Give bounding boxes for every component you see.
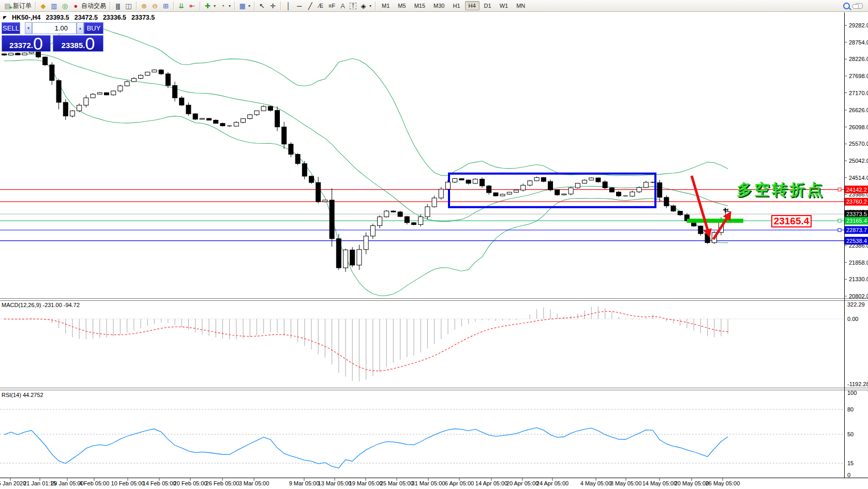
cursor-button[interactable]: ↖ — [257, 2, 267, 10]
svg-text:14 May 05:00: 14 May 05:00 — [642, 480, 677, 486]
quotes-button[interactable]: ◆ — [38, 2, 49, 10]
template-button[interactable]: ▦▾ — [237, 2, 252, 10]
zoom-in-button[interactable]: ⊕ — [139, 2, 149, 10]
timeframe-m15-button[interactable]: M15 — [411, 1, 429, 10]
vertical-line-button[interactable]: │ — [283, 2, 294, 10]
quote-line: ◤ HK50-,H4 23393.5 23472.5 23336.5 23373… — [3, 14, 155, 21]
zoom-out-icon: ⊖ — [151, 2, 159, 10]
buy-button[interactable]: BUY — [84, 22, 103, 34]
arrows-tool-icon: ◈ — [360, 2, 367, 10]
sell-button[interactable]: SELL — [2, 22, 20, 34]
crosshair-button[interactable]: ✛ — [267, 2, 278, 10]
candlestick-chart-icon: ◫ — [125, 2, 132, 10]
tile-windows-button[interactable]: ⊞ — [160, 2, 171, 10]
symbol-marker-icon: ◤ — [3, 15, 7, 20]
timeframe-h4-button[interactable]: H4 — [465, 1, 480, 10]
periods-button[interactable]: ◔▾ — [217, 2, 232, 10]
trendline-button[interactable]: ╱ — [305, 2, 316, 10]
svg-text:26 May 05:00: 26 May 05:00 — [706, 480, 740, 486]
quote-high: 23472.5 — [74, 14, 98, 21]
text-label-button[interactable]: T — [348, 2, 358, 10]
add-indicator-dropdown-icon[interactable]: ▾ — [214, 4, 216, 8]
svg-text:20 May 05:00: 20 May 05:00 — [675, 480, 709, 486]
chat-icon[interactable] — [855, 3, 863, 9]
volume-down-button[interactable]: ▼ — [25, 22, 32, 34]
svg-text:26626.0: 26626.0 — [849, 107, 868, 113]
symbol-title: HK50-,H4 — [12, 14, 41, 21]
volume-up-button[interactable]: ▲ — [77, 22, 84, 34]
chart-shift-icon: ⇤ — [188, 2, 196, 10]
price-tag-text: 23165.4 — [774, 216, 810, 226]
svg-text:0.00: 0.00 — [847, 316, 858, 322]
svg-text:29282.0: 29282.0 — [849, 22, 868, 28]
svg-text:20 Feb 05:00: 20 Feb 05:00 — [174, 480, 207, 486]
timeframe-m5-button[interactable]: M5 — [394, 1, 409, 10]
bar-chart-button[interactable]: ||| — [112, 2, 123, 10]
sell-price-panel[interactable]: 23372.0 — [2, 35, 51, 52]
time-axis[interactable]: 15 Jan 202021 Jan 01:1529 Jan 05:004 Feb… — [0, 478, 740, 486]
search-icon[interactable] — [843, 3, 850, 9]
macd-label: MACD(12,26,9) -231.00 -94.72 — [2, 302, 80, 308]
horizontal-line-icon: ─ — [295, 2, 303, 10]
candlestick-chart-button[interactable]: ◫ — [123, 2, 134, 10]
equidistant-channel-button[interactable]: ∕E — [316, 2, 326, 10]
svg-text:28754.0: 28754.0 — [849, 39, 868, 45]
text-icon: A — [339, 2, 347, 10]
profile-icon: ▥ — [50, 2, 58, 10]
svg-text:26098.0: 26098.0 — [849, 124, 868, 130]
arrows-tool-button[interactable]: ◈▾ — [358, 2, 373, 10]
text-button[interactable]: A — [337, 2, 348, 10]
price-axis[interactable]: 29282.028754.028226.027698.027170.026626… — [838, 22, 868, 299]
toolbar-separator — [280, 2, 281, 10]
fibonacci-icon: ≡F — [328, 2, 336, 10]
periods-dropdown-icon[interactable]: ▾ — [229, 4, 231, 8]
svg-text:19 Mar 05:00: 19 Mar 05:00 — [349, 480, 383, 486]
chart-canvas[interactable]: 多空转折点23165.429282.028754.028226.027698.0… — [0, 0, 868, 489]
buy-price-panel[interactable]: 23385.0 — [53, 35, 103, 52]
quote-low: 23336.5 — [103, 14, 126, 21]
toolbar-separator — [200, 2, 200, 10]
timeframe-d1-button[interactable]: D1 — [481, 1, 495, 10]
signal-button[interactable]: ◎ — [59, 2, 70, 10]
macd-panel: MACD(12,26,9) -231.00 -94.72322.290.00-1… — [0, 301, 868, 387]
consolidation-rectangle[interactable] — [449, 174, 655, 207]
autotrade-icon: ● — [72, 2, 80, 10]
cursor-icon: ↖ — [258, 2, 266, 10]
svg-text:21858.0: 21858.0 — [849, 259, 868, 266]
template-dropdown-icon[interactable]: ▾ — [248, 4, 250, 8]
svg-text:25570.0: 25570.0 — [849, 141, 868, 147]
support-bar[interactable] — [687, 219, 743, 223]
new-order-button[interactable]: ▤新订单 — [2, 1, 33, 11]
timeframe-h1-button[interactable]: H1 — [449, 1, 463, 10]
timeframe-w1-button[interactable]: W1 — [496, 1, 512, 10]
new-order-label: 新订单 — [13, 2, 32, 10]
svg-text:8 May 05:00: 8 May 05:00 — [610, 480, 642, 486]
toolbar-separator — [35, 2, 36, 10]
svg-text:0: 0 — [847, 472, 850, 478]
fibonacci-button[interactable]: ≡F — [326, 2, 337, 10]
timeframe-m30-button[interactable]: M30 — [430, 1, 448, 10]
horizontal-line-button[interactable]: ─ — [294, 2, 305, 10]
arrows-tool-dropdown-icon[interactable]: ▾ — [369, 4, 371, 8]
autotrade-button[interactable]: ●自动交易 — [70, 1, 108, 11]
auto-scroll-button[interactable]: ⇊ — [176, 2, 187, 10]
volume-input[interactable]: 1.00 — [32, 22, 77, 34]
profile-button[interactable]: ▥ — [49, 2, 59, 10]
toolbar-separator — [254, 2, 255, 10]
svg-text:21330.0: 21330.0 — [849, 276, 868, 282]
timeframe-m1-button[interactable]: M1 — [378, 1, 393, 10]
add-indicator-button[interactable]: ✚▾ — [202, 2, 217, 10]
toolbar-separator — [375, 2, 376, 10]
svg-text:14 Feb 05:00: 14 Feb 05:00 — [143, 480, 176, 486]
chart-shift-button[interactable]: ⇤ — [187, 2, 198, 10]
template-icon: ▦ — [238, 2, 246, 10]
timeframe-mn-button[interactable]: MN — [513, 1, 529, 10]
svg-text:20 Apr 05:00: 20 Apr 05:00 — [506, 480, 538, 486]
toolbar-separator — [173, 2, 174, 10]
new-order-icon: ▤ — [4, 2, 11, 10]
svg-text:15 Jan 2020: 15 Jan 2020 — [0, 480, 26, 486]
zoom-out-button[interactable]: ⊖ — [149, 2, 160, 10]
svg-text:25 Mar 05:00: 25 Mar 05:00 — [380, 480, 414, 486]
svg-text:24514.0: 24514.0 — [849, 175, 868, 181]
autotrade-label: 自动交易 — [81, 2, 106, 10]
